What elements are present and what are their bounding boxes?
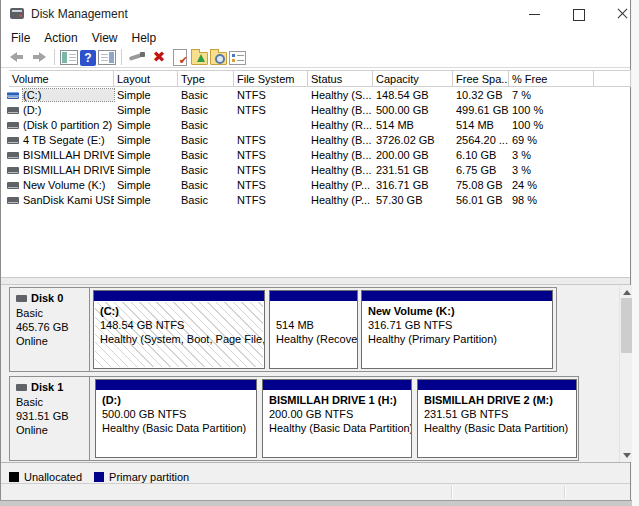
- cell-pct_free: 3 %: [509, 164, 594, 176]
- column-header-fs[interactable]: File System: [234, 70, 308, 87]
- cell-capacity: 57.30 GB: [373, 194, 453, 206]
- cell-type: Basic: [178, 134, 234, 146]
- cell-status: Healthy (R...: [308, 119, 373, 131]
- cell-type: Basic: [178, 89, 234, 101]
- disk-icon: [16, 295, 27, 302]
- legend-item: Unallocated: [9, 471, 82, 483]
- volume-row[interactable]: (Disk 0 partition 2)SimpleBasicHealthy (…: [1, 118, 630, 133]
- partition-text: New Volume (K:)316.71 GB NTFSHealthy (Pr…: [363, 302, 551, 348]
- show-hide-console-tree-icon[interactable]: [60, 50, 78, 65]
- cell-type: Basic: [178, 164, 234, 176]
- column-header-type[interactable]: Type: [178, 70, 234, 87]
- legend-swatch: [9, 472, 19, 482]
- forward-icon[interactable]: [29, 47, 49, 67]
- column-header-layout[interactable]: Layout: [114, 70, 178, 87]
- cell-status: Healthy (S...: [308, 89, 373, 101]
- disk-label[interactable]: Disk 0Basic465.76 GBOnline: [10, 288, 90, 371]
- minimize-button[interactable]: [517, 0, 551, 28]
- cell-fs: NTFS: [234, 164, 308, 176]
- volume-table-body: (C:)SimpleBasicNTFSHealthy (S...148.54 G…: [1, 88, 630, 218]
- tools-icon[interactable]: [127, 47, 147, 67]
- cell-pct_free: 98 %: [509, 194, 594, 206]
- partition-block[interactable]: (C:)148.54 GB NTFSHealthy (System, Boot,…: [93, 290, 265, 369]
- column-header-status[interactable]: Status: [308, 70, 373, 87]
- graphical-view-scrollbar[interactable]: [619, 285, 632, 462]
- volume-list-pane: VolumeLayoutTypeFile SystemStatusCapacit…: [1, 68, 630, 277]
- drive-icon: [7, 167, 19, 174]
- cell-fs: NTFS: [234, 134, 308, 146]
- back-icon[interactable]: [7, 47, 27, 67]
- drive-icon: [7, 137, 19, 144]
- show-hide-action-pane-icon[interactable]: [98, 50, 116, 65]
- menu-bar: FileActionViewHelp: [1, 28, 630, 46]
- help-icon[interactable]: [80, 50, 96, 66]
- cell-volume: (D:): [23, 104, 114, 116]
- disk-name-text: Disk 1: [31, 381, 63, 393]
- cell-free: 56.01 GB: [453, 194, 509, 206]
- drive-icon: [7, 107, 19, 114]
- volume-row[interactable]: SanDisk Kami USB ...SimpleBasicNTFSHealt…: [1, 193, 630, 208]
- partition-block[interactable]: BISMILLAH DRIVE 1 (H:)200.00 GB NTFSHeal…: [262, 379, 412, 458]
- volume-row[interactable]: 4 TB Segate (E:)SimpleBasicNTFSHealthy (…: [1, 133, 630, 148]
- volume-row[interactable]: (D:)SimpleBasicNTFSHealthy (B...500.00 G…: [1, 103, 630, 118]
- status-bar-divider: [451, 486, 452, 498]
- disk-kind: Basic: [16, 395, 89, 409]
- drive-icon: [7, 152, 19, 159]
- cell-volume: 4 TB Segate (E:): [23, 134, 114, 146]
- volume-row[interactable]: New Volume (K:)SimpleBasicNTFSHealthy (P…: [1, 178, 630, 193]
- column-header-pct_free[interactable]: % Free: [509, 70, 594, 87]
- explore-icon[interactable]: [210, 52, 227, 65]
- drive-icon: [7, 92, 19, 99]
- disk-name: Disk 1: [16, 381, 89, 393]
- disk-kind: Basic: [16, 306, 89, 320]
- column-header-filler: [594, 70, 631, 87]
- menu-view[interactable]: View: [85, 29, 125, 47]
- window-title: Disk Management: [31, 7, 128, 21]
- partition-name: [276, 304, 351, 318]
- partition-block[interactable]: (D:)500.00 GB NTFSHealthy (Basic Data Pa…: [95, 379, 257, 458]
- disk-label[interactable]: Disk 1Basic931.51 GBOnline: [10, 377, 90, 460]
- disk-size: 465.76 GB: [16, 320, 89, 334]
- column-header-free[interactable]: Free Spa...: [453, 70, 509, 87]
- partition-block[interactable]: New Volume (K:)316.71 GB NTFSHealthy (Pr…: [361, 290, 553, 369]
- cell-volume: BISMILLAH DRIVE ...: [23, 164, 114, 176]
- cell-volume: BISMILLAH DRIVE ...: [23, 149, 114, 161]
- cell-volume: (C:): [23, 89, 114, 101]
- volume-row[interactable]: BISMILLAH DRIVE ...SimpleBasicNTFSHealth…: [1, 148, 630, 163]
- column-header-volume[interactable]: Volume: [9, 70, 114, 87]
- open-icon[interactable]: [191, 52, 208, 65]
- pane-splitter[interactable]: [1, 277, 630, 285]
- delete-volume-icon[interactable]: [149, 47, 169, 67]
- properties-icon[interactable]: [229, 51, 246, 65]
- maximize-button[interactable]: [561, 0, 595, 28]
- volume-table-header: VolumeLayoutTypeFile SystemStatusCapacit…: [1, 70, 630, 87]
- partition-color-band: [418, 380, 576, 390]
- cell-status: Healthy (P...: [308, 194, 373, 206]
- menu-file[interactable]: File: [4, 29, 37, 47]
- partition-status: Healthy (Basic Data Partition): [269, 421, 405, 435]
- window-shadow: [0, 500, 632, 506]
- menu-help[interactable]: Help: [125, 29, 164, 47]
- menu-action[interactable]: Action: [37, 29, 84, 47]
- disk-name: Disk 0: [16, 292, 89, 304]
- cell-pct_free: 100 %: [509, 119, 594, 131]
- cell-free: 6.10 GB: [453, 149, 509, 161]
- cell-pct_free: 24 %: [509, 179, 594, 191]
- toolbar-separator: [121, 49, 122, 65]
- cell-free: 499.61 GB: [453, 104, 509, 116]
- disk-management-app-icon: [10, 8, 24, 19]
- mark-active-icon[interactable]: [173, 49, 187, 66]
- cell-status: Healthy (B...: [308, 164, 373, 176]
- cell-pct_free: 3 %: [509, 149, 594, 161]
- legend-label: Primary partition: [109, 471, 189, 483]
- partition-body: BISMILLAH DRIVE 1 (H:)200.00 GB NTFSHeal…: [264, 391, 410, 456]
- volume-row[interactable]: BISMILLAH DRIVE ...SimpleBasicNTFSHealth…: [1, 163, 630, 178]
- partition-body: New Volume (K:)316.71 GB NTFSHealthy (Pr…: [363, 302, 551, 367]
- cell-status: Healthy (P...: [308, 179, 373, 191]
- cell-layout: Simple: [114, 194, 178, 206]
- partition-block[interactable]: BISMILLAH DRIVE 2 (M:)231.51 GB NTFSHeal…: [417, 379, 577, 458]
- volume-row[interactable]: (C:)SimpleBasicNTFSHealthy (S...148.54 G…: [1, 88, 630, 103]
- scrollbar-thumb[interactable]: [621, 298, 632, 353]
- partition-block[interactable]: 514 MBHealthy (Recovery: [269, 290, 358, 369]
- column-header-capacity[interactable]: Capacity: [373, 70, 453, 87]
